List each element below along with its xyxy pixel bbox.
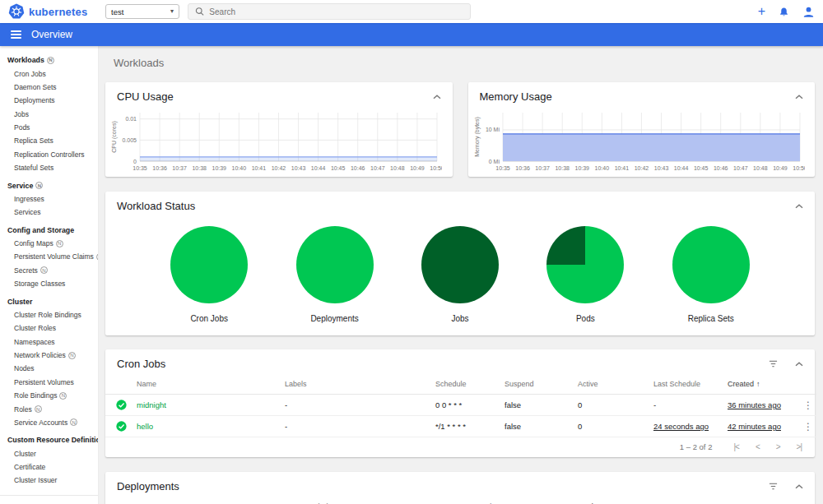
create-resource-button[interactable]: + bbox=[758, 5, 765, 18]
brand[interactable]: kubernetes bbox=[8, 3, 105, 20]
svg-text:10:37: 10:37 bbox=[535, 165, 550, 171]
collapse-card-button[interactable] bbox=[795, 362, 803, 367]
sidebar-item-cron-jobs[interactable]: Cron Jobs bbox=[0, 67, 98, 80]
column-header-name[interactable]: Name bbox=[131, 497, 304, 504]
caret-down-icon: ▾ bbox=[170, 8, 174, 15]
sidebar-item-workloads[interactable]: WorkloadsN bbox=[0, 53, 98, 67]
sidebar-item-jobs[interactable]: Jobs bbox=[0, 108, 98, 121]
sidebar-item-deployments[interactable]: Deployments bbox=[0, 94, 98, 107]
sidebar-item-pods[interactable]: Pods bbox=[0, 121, 98, 134]
collapse-card-button[interactable] bbox=[795, 484, 803, 489]
column-header-name[interactable]: Name bbox=[130, 374, 278, 395]
svg-text:10:37: 10:37 bbox=[172, 165, 187, 171]
column-header-labels[interactable]: Labels bbox=[304, 497, 472, 504]
cell-text: - bbox=[285, 400, 287, 409]
sidebar-item-role-bindings[interactable]: Role BindingsN bbox=[0, 389, 98, 402]
cell-created: 36 minutes ago bbox=[721, 395, 793, 416]
search-input[interactable] bbox=[209, 7, 463, 16]
chevron-up-icon bbox=[433, 95, 441, 99]
sidebar-item-ingresses[interactable]: Ingresses bbox=[0, 192, 98, 206]
first-page-button[interactable]: |< bbox=[733, 442, 738, 451]
sidebar-item-cluster-role-bindings[interactable]: Cluster Role Bindings bbox=[0, 308, 98, 321]
row-actions-button[interactable]: ⋮ bbox=[800, 422, 816, 432]
cell-schedule: */1 * * * * bbox=[429, 416, 498, 437]
cpu-usage-chart: 10:3510:3610:3710:3810:3910:4010:4110:42… bbox=[109, 108, 442, 173]
sidebar-item-label: Roles bbox=[14, 405, 32, 414]
svg-text:Memory (bytes): Memory (bytes) bbox=[474, 117, 481, 157]
next-page-button[interactable]: > bbox=[776, 442, 780, 451]
column-header-created[interactable]: Created↑ bbox=[721, 374, 793, 395]
collapse-card-button[interactable] bbox=[433, 95, 441, 99]
sidebar-item-config-maps[interactable]: Config MapsN bbox=[0, 237, 98, 250]
svg-text:CPU (cores): CPU (cores) bbox=[111, 121, 118, 153]
namespaced-badge: N bbox=[70, 418, 77, 426]
sidebar-item-custom-resource-definitions[interactable]: Custom Resource Definitions bbox=[0, 433, 98, 446]
search-icon bbox=[195, 7, 204, 16]
filter-button[interactable] bbox=[768, 482, 779, 491]
sidebar-item-persistent-volume-claims[interactable]: Persistent Volume ClaimsN bbox=[0, 250, 98, 263]
bell-icon bbox=[779, 7, 789, 17]
sidebar-item-certificate[interactable]: Certificate bbox=[0, 460, 98, 474]
column-header-pods[interactable]: Pods bbox=[472, 497, 560, 504]
column-header-suspend[interactable]: Suspend bbox=[498, 374, 571, 395]
sidebar-item-cluster[interactable]: Cluster bbox=[0, 447, 98, 460]
filter-button[interactable] bbox=[768, 359, 779, 368]
column-header-labels[interactable]: Labels bbox=[278, 374, 429, 395]
kubernetes-logo bbox=[8, 3, 25, 20]
sidebar-item-secrets[interactable]: SecretsN bbox=[0, 264, 98, 277]
sidebar-item-cluster-roles[interactable]: Cluster Roles bbox=[0, 321, 98, 335]
account-button[interactable] bbox=[802, 6, 815, 18]
sidebar-item-replication-controllers[interactable]: Replication Controllers bbox=[0, 148, 98, 161]
last-page-button[interactable]: >| bbox=[797, 442, 802, 451]
cronjob-name-link[interactable]: hello bbox=[137, 422, 153, 431]
cell-name: midnight bbox=[130, 395, 278, 416]
sidebar-item-nodes[interactable]: Nodes bbox=[0, 362, 98, 375]
sidebar-item-storage-classes[interactable]: Storage Classes bbox=[0, 277, 98, 290]
svg-text:10:38: 10:38 bbox=[555, 165, 570, 171]
sidebar-item-persistent-volumes[interactable]: Persistent Volumes bbox=[0, 376, 98, 389]
namespace-select[interactable]: test ▾ bbox=[105, 4, 179, 19]
card-title: Memory Usage bbox=[480, 90, 552, 103]
column-header-schedule[interactable]: Schedule bbox=[429, 374, 498, 395]
actions-cell: ⋮ bbox=[793, 395, 816, 416]
workload-status-cron-jobs: Cron Jobs bbox=[170, 226, 248, 323]
notifications-button[interactable] bbox=[779, 7, 789, 17]
divider bbox=[0, 495, 98, 496]
cronjob-name-link[interactable]: midnight bbox=[137, 400, 166, 409]
column-header-active[interactable]: Active bbox=[571, 374, 647, 395]
svg-text:10:36: 10:36 bbox=[515, 165, 530, 171]
collapse-card-button[interactable] bbox=[795, 204, 803, 209]
svg-text:10:35: 10:35 bbox=[133, 165, 147, 171]
sidebar-item-service[interactable]: ServiceN bbox=[0, 178, 98, 192]
sidebar-item-label: Custom Resource Definitions bbox=[7, 436, 99, 444]
column-header-created[interactable]: Created↑ bbox=[560, 497, 644, 504]
sidebar-item-cluster[interactable]: Cluster bbox=[0, 294, 98, 307]
cell-suspend: false bbox=[498, 395, 571, 416]
sidebar-item-replica-sets[interactable]: Replica Sets bbox=[0, 134, 98, 147]
svg-text:10:45: 10:45 bbox=[331, 165, 346, 171]
sidebar-item-stateful-sets[interactable]: Stateful Sets bbox=[0, 161, 98, 174]
sidebar-item-label: Cluster Roles bbox=[14, 324, 56, 332]
collapse-card-button[interactable] bbox=[795, 95, 803, 99]
sidebar-item-settings[interactable]: Settings bbox=[0, 502, 98, 504]
sidebar-item-cluster-issuer[interactable]: Cluster Issuer bbox=[0, 474, 98, 487]
cpu-usage-card: CPU Usage 10:3510:3610:3710:3810:3910:40… bbox=[105, 82, 453, 177]
pie-chart bbox=[421, 226, 499, 303]
sidebar-item-service-accounts[interactable]: Service AccountsN bbox=[0, 416, 98, 429]
usage-charts-row: CPU Usage 10:3510:3610:3710:3810:3910:40… bbox=[105, 82, 815, 177]
pie-chart bbox=[170, 226, 248, 303]
menu-button[interactable] bbox=[11, 30, 21, 39]
column-header-images[interactable]: Images bbox=[644, 497, 791, 504]
row-actions-button[interactable]: ⋮ bbox=[800, 400, 816, 410]
sidebar-item-config-and-storage[interactable]: Config and Storage bbox=[0, 224, 98, 237]
sidebar-item-services[interactable]: Services bbox=[0, 206, 98, 219]
sidebar-item-roles[interactable]: RolesN bbox=[0, 402, 98, 415]
sidebar-item-namespaces[interactable]: Namespaces bbox=[0, 335, 98, 349]
sidebar-item-network-policies[interactable]: Network PoliciesN bbox=[0, 349, 98, 362]
previous-page-button[interactable]: < bbox=[756, 442, 760, 451]
card-header: Deployments bbox=[105, 472, 815, 497]
column-header-last-schedule[interactable]: Last Schedule bbox=[647, 374, 721, 395]
sidebar-item-label: Config Maps bbox=[14, 239, 53, 247]
sidebar-item-daemon-sets[interactable]: Daemon Sets bbox=[0, 81, 98, 94]
status-cell bbox=[105, 416, 130, 437]
